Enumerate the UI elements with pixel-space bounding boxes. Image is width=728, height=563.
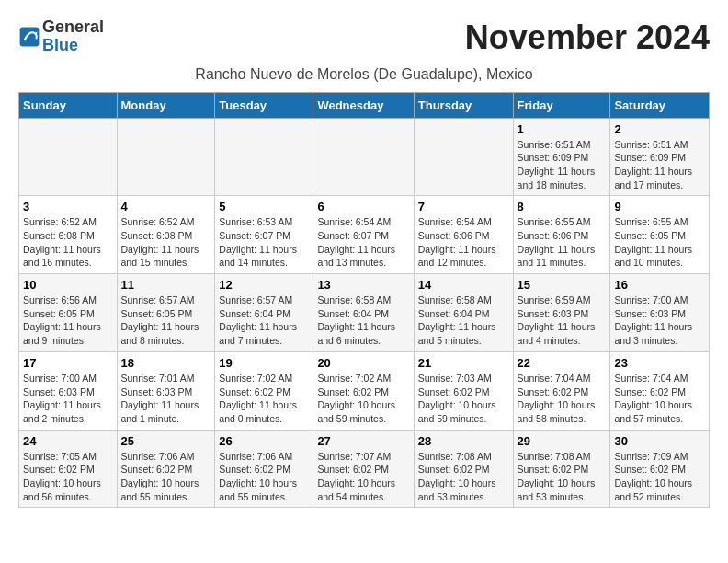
- calendar-cell: 5Sunrise: 6:53 AM Sunset: 6:07 PM Daylig…: [215, 196, 313, 274]
- day-number: 19: [219, 356, 309, 370]
- location-title: Rancho Nuevo de Morelos (De Guadalupe), …: [18, 66, 710, 83]
- day-number: 30: [614, 434, 705, 448]
- day-number: 17: [23, 356, 113, 370]
- day-info: Sunrise: 7:05 AM Sunset: 6:02 PM Dayligh…: [23, 450, 113, 504]
- day-number: 3: [23, 200, 113, 213]
- day-number: 18: [121, 356, 211, 370]
- calendar-cell: [414, 118, 513, 196]
- calendar-cell: 4Sunrise: 6:52 AM Sunset: 6:08 PM Daylig…: [117, 196, 215, 274]
- day-number: 26: [219, 434, 309, 448]
- day-info: Sunrise: 6:57 AM Sunset: 6:05 PM Dayligh…: [121, 293, 211, 348]
- header-tuesday: Tuesday: [215, 92, 313, 118]
- day-number: 29: [518, 434, 607, 448]
- logo: General Blue: [18, 18, 104, 55]
- calendar-cell: 28Sunrise: 7:08 AM Sunset: 6:02 PM Dayli…: [414, 430, 513, 508]
- day-number: 24: [23, 434, 113, 448]
- calendar-cell: 8Sunrise: 6:55 AM Sunset: 6:06 PM Daylig…: [513, 196, 610, 274]
- day-info: Sunrise: 7:09 AM Sunset: 6:02 PM Dayligh…: [614, 450, 705, 504]
- day-number: 4: [121, 200, 211, 213]
- calendar-cell: 15Sunrise: 6:59 AM Sunset: 6:03 PM Dayli…: [513, 274, 610, 352]
- day-info: Sunrise: 7:01 AM Sunset: 6:03 PM Dayligh…: [121, 372, 211, 426]
- header-thursday: Thursday: [414, 92, 513, 118]
- day-info: Sunrise: 7:02 AM Sunset: 6:02 PM Dayligh…: [317, 372, 409, 426]
- calendar-cell: [313, 118, 414, 196]
- header-sunday: Sunday: [19, 92, 118, 118]
- day-info: Sunrise: 6:58 AM Sunset: 6:04 PM Dayligh…: [317, 293, 409, 348]
- calendar-cell: 1Sunrise: 6:51 AM Sunset: 6:09 PM Daylig…: [513, 118, 610, 196]
- day-info: Sunrise: 7:08 AM Sunset: 6:02 PM Dayligh…: [518, 450, 607, 504]
- day-info: Sunrise: 7:04 AM Sunset: 6:02 PM Dayligh…: [518, 372, 607, 426]
- day-info: Sunrise: 6:58 AM Sunset: 6:04 PM Dayligh…: [418, 293, 509, 348]
- day-number: 5: [219, 200, 309, 213]
- calendar-cell: 29Sunrise: 7:08 AM Sunset: 6:02 PM Dayli…: [513, 430, 610, 508]
- calendar-cell: 12Sunrise: 6:57 AM Sunset: 6:04 PM Dayli…: [215, 274, 313, 352]
- day-number: 14: [418, 278, 509, 292]
- day-info: Sunrise: 7:08 AM Sunset: 6:02 PM Dayligh…: [418, 450, 509, 504]
- day-info: Sunrise: 6:51 AM Sunset: 6:09 PM Dayligh…: [518, 138, 607, 192]
- calendar-cell: [117, 118, 215, 196]
- month-title: November 2024: [465, 18, 710, 57]
- calendar-table: SundayMondayTuesdayWednesdayThursdayFrid…: [18, 92, 710, 509]
- calendar-cell: 19Sunrise: 7:02 AM Sunset: 6:02 PM Dayli…: [215, 351, 313, 430]
- day-info: Sunrise: 7:07 AM Sunset: 6:02 PM Dayligh…: [317, 450, 409, 504]
- day-info: Sunrise: 7:00 AM Sunset: 6:03 PM Dayligh…: [614, 293, 705, 348]
- day-number: 22: [518, 356, 607, 370]
- header-friday: Friday: [513, 92, 610, 118]
- calendar-cell: 6Sunrise: 6:54 AM Sunset: 6:07 PM Daylig…: [313, 196, 414, 274]
- day-number: 7: [418, 200, 509, 213]
- calendar-cell: 9Sunrise: 6:55 AM Sunset: 6:05 PM Daylig…: [610, 196, 710, 274]
- day-info: Sunrise: 6:54 AM Sunset: 6:06 PM Dayligh…: [418, 215, 509, 270]
- day-info: Sunrise: 6:53 AM Sunset: 6:07 PM Dayligh…: [219, 215, 309, 270]
- logo-icon: [18, 26, 40, 48]
- day-info: Sunrise: 6:55 AM Sunset: 6:05 PM Dayligh…: [614, 215, 705, 270]
- calendar-cell: 11Sunrise: 6:57 AM Sunset: 6:05 PM Dayli…: [117, 274, 215, 352]
- calendar-cell: 21Sunrise: 7:03 AM Sunset: 6:02 PM Dayli…: [414, 351, 513, 430]
- calendar-cell: 16Sunrise: 7:00 AM Sunset: 6:03 PM Dayli…: [610, 274, 710, 352]
- day-info: Sunrise: 7:06 AM Sunset: 6:02 PM Dayligh…: [219, 450, 309, 504]
- day-number: 8: [518, 200, 607, 213]
- header-monday: Monday: [117, 92, 215, 118]
- calendar-cell: 30Sunrise: 7:09 AM Sunset: 6:02 PM Dayli…: [610, 430, 710, 508]
- day-number: 23: [614, 356, 705, 370]
- day-number: 27: [317, 434, 409, 448]
- day-number: 20: [317, 356, 409, 370]
- header-saturday: Saturday: [610, 92, 710, 118]
- day-number: 1: [518, 122, 607, 136]
- calendar-cell: 24Sunrise: 7:05 AM Sunset: 6:02 PM Dayli…: [19, 430, 118, 508]
- logo-general-text: General: [42, 17, 104, 36]
- logo-blue-text: Blue: [42, 36, 78, 54]
- day-number: 10: [23, 278, 113, 292]
- day-number: 13: [317, 278, 409, 292]
- day-number: 28: [418, 434, 509, 448]
- calendar-cell: 13Sunrise: 6:58 AM Sunset: 6:04 PM Dayli…: [313, 274, 414, 352]
- calendar-cell: 10Sunrise: 6:56 AM Sunset: 6:05 PM Dayli…: [19, 274, 118, 352]
- calendar-cell: 22Sunrise: 7:04 AM Sunset: 6:02 PM Dayli…: [513, 351, 610, 430]
- calendar-cell: 25Sunrise: 7:06 AM Sunset: 6:02 PM Dayli…: [117, 430, 215, 508]
- day-info: Sunrise: 6:59 AM Sunset: 6:03 PM Dayligh…: [518, 293, 607, 348]
- day-info: Sunrise: 7:04 AM Sunset: 6:02 PM Dayligh…: [614, 372, 705, 426]
- day-number: 6: [317, 200, 409, 213]
- day-number: 9: [614, 200, 705, 213]
- day-info: Sunrise: 6:52 AM Sunset: 6:08 PM Dayligh…: [121, 215, 211, 270]
- calendar-cell: [19, 118, 118, 196]
- day-number: 12: [219, 278, 309, 292]
- day-info: Sunrise: 7:06 AM Sunset: 6:02 PM Dayligh…: [121, 450, 211, 504]
- calendar-cell: [215, 118, 313, 196]
- day-number: 2: [614, 122, 705, 136]
- day-info: Sunrise: 7:02 AM Sunset: 6:02 PM Dayligh…: [219, 372, 309, 426]
- day-info: Sunrise: 6:55 AM Sunset: 6:06 PM Dayligh…: [518, 215, 607, 270]
- calendar-cell: 20Sunrise: 7:02 AM Sunset: 6:02 PM Dayli…: [313, 351, 414, 430]
- day-info: Sunrise: 7:00 AM Sunset: 6:03 PM Dayligh…: [23, 372, 113, 426]
- day-number: 21: [418, 356, 509, 370]
- header-wednesday: Wednesday: [313, 92, 414, 118]
- calendar-cell: 2Sunrise: 6:51 AM Sunset: 6:09 PM Daylig…: [610, 118, 710, 196]
- calendar-cell: 18Sunrise: 7:01 AM Sunset: 6:03 PM Dayli…: [117, 351, 215, 430]
- calendar-cell: 7Sunrise: 6:54 AM Sunset: 6:06 PM Daylig…: [414, 196, 513, 274]
- day-number: 15: [518, 278, 607, 292]
- calendar-cell: 3Sunrise: 6:52 AM Sunset: 6:08 PM Daylig…: [19, 196, 118, 274]
- calendar-cell: 17Sunrise: 7:00 AM Sunset: 6:03 PM Dayli…: [19, 351, 118, 430]
- day-number: 16: [614, 278, 705, 292]
- day-number: 25: [121, 434, 211, 448]
- day-info: Sunrise: 6:54 AM Sunset: 6:07 PM Dayligh…: [317, 215, 409, 270]
- calendar-cell: 14Sunrise: 6:58 AM Sunset: 6:04 PM Dayli…: [414, 274, 513, 352]
